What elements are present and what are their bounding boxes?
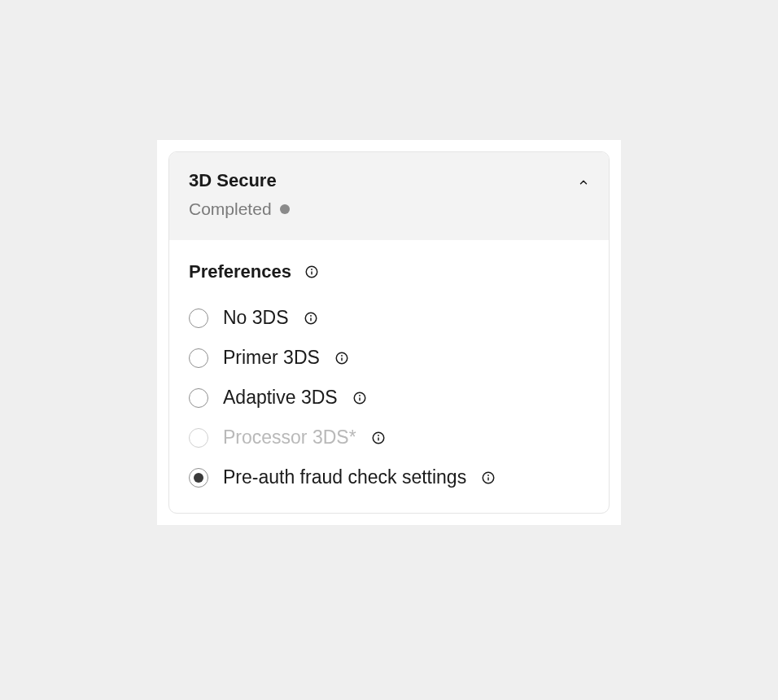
option-adaptive-3ds: Adaptive 3DS <box>189 387 589 409</box>
radio-no-3ds[interactable] <box>189 308 208 328</box>
svg-rect-16 <box>487 477 489 480</box>
status-dot-icon <box>280 204 290 214</box>
svg-point-11 <box>359 395 361 396</box>
svg-point-14 <box>378 435 379 436</box>
radio-adaptive-3ds[interactable] <box>189 388 208 408</box>
info-icon[interactable] <box>304 265 319 279</box>
svg-rect-4 <box>310 317 312 321</box>
option-label: Adaptive 3DS <box>223 387 338 409</box>
option-label: Pre-auth fraud check settings <box>223 466 466 488</box>
option-label: Primer 3DS <box>223 347 320 369</box>
info-icon[interactable] <box>304 311 318 326</box>
panel-container: 3D Secure Completed Preferences No 3DS <box>157 140 621 525</box>
card-title: 3D Secure <box>189 170 589 191</box>
card-body: Preferences No 3DS Primer 3DS <box>169 240 609 513</box>
option-no-3ds: No 3DS <box>189 307 589 329</box>
svg-rect-10 <box>359 397 361 400</box>
radio-processor-3ds <box>189 428 208 448</box>
radio-primer-3ds[interactable] <box>189 348 208 368</box>
svg-point-2 <box>311 269 313 270</box>
status-row: Completed <box>189 199 589 219</box>
radio-preauth-fraud[interactable] <box>189 468 208 488</box>
svg-rect-1 <box>311 271 313 274</box>
option-preauth-fraud: Pre-auth fraud check settings <box>189 466 589 488</box>
three-d-secure-card: 3D Secure Completed Preferences No 3DS <box>168 151 610 514</box>
info-icon[interactable] <box>334 351 349 365</box>
option-label: No 3DS <box>223 307 289 329</box>
preferences-heading: Preferences <box>189 261 291 282</box>
preferences-heading-row: Preferences <box>189 261 589 282</box>
info-icon[interactable] <box>481 470 496 485</box>
svg-point-17 <box>487 475 489 476</box>
status-text: Completed <box>189 199 272 219</box>
option-processor-3ds: Processor 3DS* <box>189 427 589 448</box>
option-label: Processor 3DS* <box>223 427 356 448</box>
chevron-up-icon[interactable] <box>578 177 589 188</box>
svg-rect-13 <box>378 437 379 440</box>
card-header[interactable]: 3D Secure Completed <box>169 152 609 240</box>
option-primer-3ds: Primer 3DS <box>189 347 589 369</box>
info-icon[interactable] <box>371 431 386 445</box>
svg-point-5 <box>310 315 312 317</box>
svg-point-8 <box>341 355 343 357</box>
svg-rect-7 <box>341 357 343 361</box>
info-icon[interactable] <box>352 391 367 405</box>
